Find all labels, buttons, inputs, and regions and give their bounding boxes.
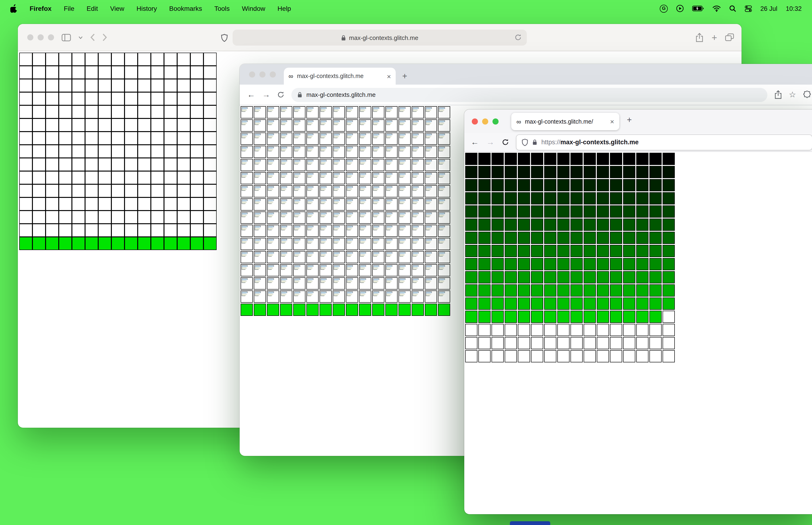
broken-image-icon [413, 239, 419, 243]
canvas-cell [267, 211, 279, 224]
canvas-cell [320, 119, 332, 132]
forward-button[interactable]: → [262, 91, 270, 99]
canvas-cell [531, 232, 543, 244]
broken-image-icon [281, 147, 287, 151]
wifi-icon[interactable] [713, 5, 721, 12]
dock-peek[interactable] [510, 521, 550, 525]
canvas-cell [570, 179, 583, 191]
control-center-icon[interactable] [745, 5, 752, 12]
menu-item-history[interactable]: History [137, 5, 157, 12]
menu-item-file[interactable]: File [64, 5, 74, 12]
zoom-window-button[interactable] [48, 34, 54, 41]
privacy-shield-icon[interactable] [221, 34, 228, 42]
address-bar[interactable]: max-gl-contexts.glitch.me [233, 30, 527, 46]
canvas-cell [570, 271, 583, 283]
menu-item-tools[interactable]: Tools [214, 5, 230, 12]
minimize-window-button[interactable] [37, 34, 44, 41]
canvas-cell [610, 350, 622, 362]
lock-icon[interactable] [532, 139, 537, 145]
canvas-cell [372, 146, 384, 158]
extensions-icon[interactable] [803, 91, 811, 99]
menu-item-bookmarks[interactable]: Bookmarks [169, 5, 202, 12]
broken-image-icon [373, 173, 379, 178]
broken-image-icon [360, 252, 366, 257]
tracking-protection-shield-icon[interactable] [522, 138, 528, 146]
menu-item-edit[interactable]: Edit [87, 5, 98, 12]
back-button[interactable]: ← [471, 138, 479, 146]
broken-image-icon [413, 173, 419, 178]
bookmark-star-button[interactable]: ☆ [789, 91, 796, 99]
menubar-date[interactable]: 26 Jul [760, 5, 777, 12]
minimize-window-button[interactable] [482, 118, 488, 124]
canvas-cell [505, 284, 517, 297]
forward-button[interactable] [103, 33, 107, 41]
broken-image-icon [268, 291, 274, 296]
canvas-cell [124, 79, 138, 92]
new-tab-button[interactable]: + [627, 116, 632, 124]
canvas-cell [320, 290, 332, 303]
canvas-cell [190, 197, 203, 211]
tab-close-button[interactable]: × [387, 73, 391, 80]
sidebar-toggle-button[interactable] [62, 34, 71, 41]
play-status-icon[interactable] [676, 5, 684, 12]
canvas-cell [359, 159, 371, 171]
battery-icon[interactable] [692, 6, 704, 11]
canvas-cell [584, 205, 596, 217]
canvas-cell [98, 79, 111, 92]
share-button[interactable] [696, 33, 704, 42]
close-window-button[interactable] [27, 34, 33, 41]
close-window-button[interactable] [249, 72, 255, 77]
canvas-cell [531, 350, 543, 362]
zoom-window-button[interactable] [270, 72, 276, 77]
app-menu-title[interactable]: Firefox [30, 5, 51, 12]
menu-item-help[interactable]: Help [277, 5, 291, 12]
browser-tab[interactable]: ∞ max-gl-contexts.glitch.me/ × [511, 113, 619, 130]
canvas-cell [570, 298, 583, 310]
canvas-cell [177, 79, 190, 92]
broken-image-icon [413, 212, 419, 217]
browser-tab[interactable]: ∞ max-gl-contexts.glitch.me × [284, 68, 396, 85]
canvas-cell [544, 179, 556, 191]
canvas-cell [505, 192, 517, 205]
tab-close-button[interactable]: × [610, 118, 614, 125]
address-bar[interactable]: https://max-gl-contexts.glitch.me [517, 135, 812, 150]
canvas-cell [505, 153, 517, 165]
canvas-cell [46, 237, 59, 250]
tab-overview-button[interactable] [725, 33, 734, 41]
reload-button[interactable] [502, 139, 509, 146]
back-button[interactable]: ← [247, 91, 255, 99]
reload-button[interactable] [515, 34, 522, 41]
canvas-cell [151, 92, 164, 105]
new-tab-button[interactable]: + [402, 72, 407, 80]
reload-button[interactable] [277, 91, 284, 98]
menubar-time[interactable]: 10:32 [786, 5, 802, 12]
canvas-cell [465, 298, 477, 310]
address-bar[interactable]: max-gl-contexts.glitch.me [291, 88, 767, 102]
grammarly-icon[interactable]: G [660, 4, 668, 13]
broken-image-icon [386, 252, 393, 257]
apple-menu-icon[interactable] [10, 4, 17, 13]
spotlight-icon[interactable] [729, 5, 736, 12]
share-button[interactable] [775, 90, 782, 99]
canvas-cell [320, 304, 332, 316]
forward-button[interactable]: → [486, 138, 494, 146]
broken-image-icon [386, 107, 393, 112]
broken-image-icon [268, 199, 274, 204]
new-tab-button[interactable]: + [712, 33, 717, 42]
chevron-down-icon[interactable] [78, 36, 83, 39]
broken-image-icon [334, 252, 340, 257]
canvas-cell [584, 337, 596, 349]
minimize-window-button[interactable] [259, 72, 265, 77]
menu-item-view[interactable]: View [110, 5, 124, 12]
menu-item-window[interactable]: Window [242, 5, 265, 12]
back-button[interactable] [90, 33, 95, 41]
broken-image-icon [347, 239, 353, 243]
close-window-button[interactable] [472, 118, 478, 124]
canvas-cell [203, 237, 217, 250]
canvas-cell [241, 290, 253, 303]
zoom-window-button[interactable] [492, 118, 499, 124]
canvas-cell [636, 258, 648, 270]
canvas-cell [438, 251, 450, 263]
canvas-cell [46, 52, 59, 66]
canvas-cell [425, 211, 437, 224]
